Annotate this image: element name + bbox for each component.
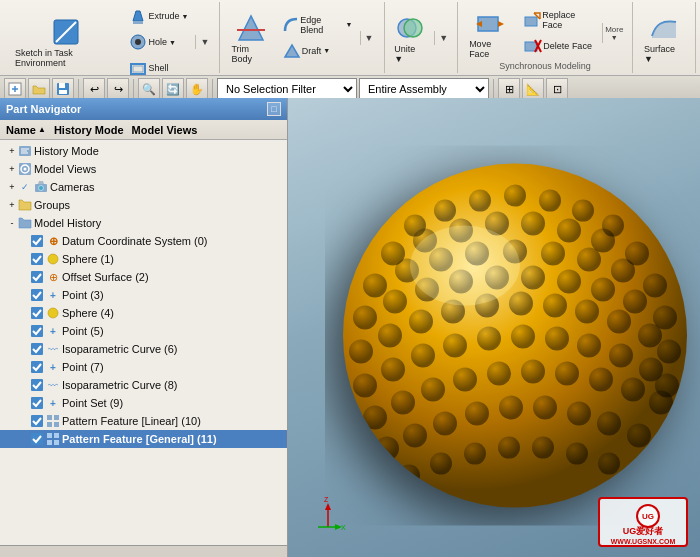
tree-item-cameras[interactable]: + ✓ Cameras bbox=[0, 178, 287, 196]
tree-item-iso-curve8[interactable]: 〰 Isoparametric Curve (8) bbox=[0, 376, 287, 394]
tree-item-sphere1[interactable]: Sphere (1) bbox=[0, 250, 287, 268]
selection-filter-dropdown[interactable]: No Selection Filter bbox=[217, 78, 357, 100]
svg-rect-51 bbox=[47, 415, 52, 420]
tree-item-pattern-linear[interactable]: Pattern Feature [Linear] (10) bbox=[0, 412, 287, 430]
tree-item-history-mode[interactable]: + History Mode bbox=[0, 142, 287, 160]
tree-item-groups[interactable]: + Groups bbox=[0, 196, 287, 214]
unite-icon bbox=[394, 12, 426, 44]
viewport-3d[interactable]: Z X UG UG爱好者 WWW.UGSNX.COM bbox=[288, 98, 700, 557]
nav-columns: Name ▲ History Mode Model Views bbox=[0, 120, 287, 140]
unite-label: Unite ▼ bbox=[394, 44, 426, 64]
svg-rect-4 bbox=[133, 21, 143, 24]
nav-panel-expand-button[interactable]: □ bbox=[267, 102, 281, 116]
model-history-label: Model History bbox=[34, 217, 285, 229]
sphere4-icon bbox=[46, 306, 60, 320]
hole-button[interactable]: Hole ▼ bbox=[124, 30, 192, 54]
svg-point-128 bbox=[375, 436, 399, 460]
save-button[interactable] bbox=[52, 78, 74, 100]
name-column-header[interactable]: Name ▲ bbox=[2, 124, 50, 136]
svg-point-114 bbox=[577, 333, 601, 357]
tree-item-model-history[interactable]: - Model History bbox=[0, 214, 287, 232]
offset-surface-check bbox=[30, 270, 44, 284]
redo-button[interactable]: ↪ bbox=[107, 78, 129, 100]
tree-item-point7[interactable]: + Point (7) bbox=[0, 358, 287, 376]
svg-rect-52 bbox=[54, 415, 59, 420]
measure-btn[interactable]: 📐 bbox=[522, 78, 544, 100]
history-mode-column-header[interactable]: History Mode bbox=[50, 124, 128, 136]
trim-body-button[interactable]: Trim Body bbox=[226, 10, 274, 66]
expand-model-views[interactable]: + bbox=[6, 164, 18, 174]
rotate-btn[interactable]: 🔄 bbox=[162, 78, 184, 100]
extrude-icon bbox=[128, 6, 148, 26]
shell-icon bbox=[128, 58, 148, 78]
svg-point-121 bbox=[453, 367, 477, 391]
tree-item-offset-surface[interactable]: ⊕ Offset Surface (2) bbox=[0, 268, 287, 286]
expand-groups[interactable]: + bbox=[6, 200, 18, 210]
tree-item-point3[interactable]: + Point (3) bbox=[0, 286, 287, 304]
svg-point-34 bbox=[24, 168, 27, 171]
tree-item-iso-curve6[interactable]: 〰 Isoparametric Curve (6) bbox=[0, 340, 287, 358]
move-face-button[interactable]: Move Face bbox=[464, 5, 516, 61]
svg-rect-57 bbox=[54, 433, 59, 438]
separator1 bbox=[78, 79, 79, 99]
svg-point-37 bbox=[39, 186, 44, 191]
datum-label: Datum Coordinate System (0) bbox=[62, 235, 285, 247]
unite-more-label: ▼ bbox=[439, 33, 448, 43]
svg-point-104 bbox=[607, 309, 631, 333]
sketch-in-task-button[interactable]: Sketch in Task Environment bbox=[10, 14, 121, 70]
pattern-linear-check bbox=[30, 414, 44, 428]
svg-point-65 bbox=[504, 184, 526, 206]
undo-button[interactable]: ↩ bbox=[83, 78, 105, 100]
delete-face-button[interactable]: Delete Face bbox=[519, 34, 598, 58]
draft-icon bbox=[282, 41, 302, 61]
svg-point-106 bbox=[657, 339, 681, 363]
assembly-dropdown[interactable]: Entire Assembly bbox=[359, 78, 489, 100]
iso-curve8-label: Isoparametric Curve (8) bbox=[62, 379, 285, 391]
tree-item-point-set9[interactable]: + Point Set (9) bbox=[0, 394, 287, 412]
pan-btn[interactable]: ✋ bbox=[186, 78, 208, 100]
tree-item-sphere4[interactable]: Sphere (4) bbox=[0, 304, 287, 322]
tree-item-datum[interactable]: ⊕ Datum Coordinate System (0) bbox=[0, 232, 287, 250]
svg-point-135 bbox=[597, 411, 621, 435]
svg-point-137 bbox=[398, 464, 420, 486]
edge-blend-button[interactable]: Edge Blend ▼ bbox=[278, 13, 357, 37]
model-views-column-header[interactable]: Model Views bbox=[128, 124, 202, 136]
tree-item-point5[interactable]: + Point (5) bbox=[0, 322, 287, 340]
new-button[interactable] bbox=[4, 78, 26, 100]
svg-point-108 bbox=[381, 357, 405, 381]
operations-buttons: Trim Body Edge Blend ▼ bbox=[226, 4, 377, 71]
svg-point-110 bbox=[443, 333, 467, 357]
grid-btn[interactable]: ⊡ bbox=[546, 78, 568, 100]
expand-model-history[interactable]: - bbox=[6, 218, 18, 228]
snap-btn[interactable]: ⊞ bbox=[498, 78, 520, 100]
svg-point-73 bbox=[521, 211, 545, 235]
svg-point-120 bbox=[421, 377, 445, 401]
operations-more-button[interactable]: ▼ bbox=[360, 31, 378, 45]
svg-point-82 bbox=[541, 241, 565, 265]
surface-button[interactable]: Surface ▼ bbox=[639, 10, 689, 66]
tree-item-model-views[interactable]: + Model Views bbox=[0, 160, 287, 178]
unite-buttons: Unite ▼ ▼ bbox=[389, 4, 452, 71]
expand-cameras[interactable]: + bbox=[6, 182, 18, 192]
sync-more-button[interactable]: More ▼ bbox=[602, 23, 626, 43]
svg-point-93 bbox=[591, 277, 615, 301]
unite-more-button[interactable]: ▼ bbox=[434, 31, 452, 45]
svg-point-77 bbox=[363, 273, 387, 297]
feature-more-button[interactable]: ▼ bbox=[195, 35, 213, 49]
expand-history-mode[interactable]: + bbox=[6, 146, 18, 156]
svg-rect-39 bbox=[31, 253, 43, 265]
draft-button[interactable]: Draft ▼ bbox=[278, 39, 357, 63]
point7-check bbox=[30, 360, 44, 374]
point5-icon: + bbox=[46, 324, 60, 338]
surface-label: Surface ▼ bbox=[644, 44, 684, 64]
sphere1-icon bbox=[46, 252, 60, 266]
unite-button[interactable]: Unite ▼ bbox=[389, 10, 431, 66]
open-button[interactable] bbox=[28, 78, 50, 100]
watermark-circle: UG bbox=[636, 504, 660, 528]
nav-horizontal-scrollbar[interactable] bbox=[0, 545, 287, 557]
zoom-btn[interactable]: 🔍 bbox=[138, 78, 160, 100]
extrude-button[interactable]: Extrude ▼ bbox=[124, 4, 192, 28]
tree-item-pattern-general[interactable]: Pattern Feature [General] (11) bbox=[0, 430, 287, 448]
replace-face-button[interactable]: Replace Face bbox=[519, 8, 598, 32]
model-views-col-label: Model Views bbox=[132, 124, 198, 136]
